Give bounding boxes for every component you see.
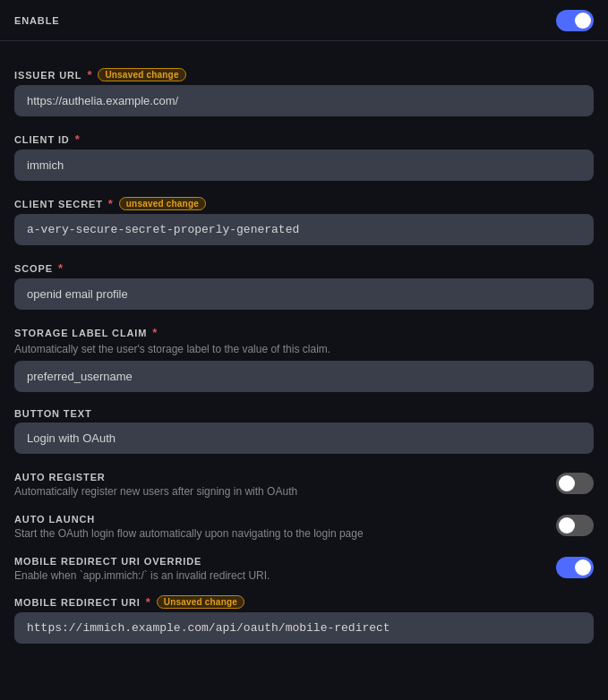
auto-register-description: Automatically register new users after s…: [14, 484, 538, 499]
mobile-redirect-uri-override-toggle-knob: [575, 559, 591, 576]
mobile-redirect-uri-field: MOBILE REDIRECT URI * Unsaved change: [14, 595, 594, 644]
enable-toggle[interactable]: [556, 10, 594, 31]
mobile-redirect-uri-unsaved-badge: Unsaved change: [157, 595, 244, 609]
auto-launch-row: AUTO LAUNCH Start the OAuth login flow a…: [14, 512, 594, 542]
button-text-field: BUTTON TEXT: [14, 408, 594, 454]
auto-register-row: AUTO REGISTER Automatically register new…: [14, 470, 594, 499]
auto-launch-title: AUTO LAUNCH: [14, 514, 538, 525]
scope-field: SCOPE *: [14, 261, 594, 310]
client-id-field: CLIENT ID *: [14, 132, 594, 181]
issuer-url-input[interactable]: [14, 85, 594, 116]
scope-label: SCOPE *: [14, 261, 594, 275]
auto-register-title: AUTO REGISTER: [14, 472, 538, 482]
auto-register-label-group: AUTO REGISTER Automatically register new…: [14, 472, 556, 499]
auto-launch-label-group: AUTO LAUNCH Start the OAuth login flow a…: [14, 514, 556, 542]
button-text-input[interactable]: [14, 423, 594, 454]
client-id-input[interactable]: [14, 149, 594, 181]
mobile-redirect-uri-override-row: MOBILE REDIRECT URI OVERRIDE Enable when…: [14, 554, 594, 584]
mobile-redirect-uri-override-title: MOBILE REDIRECT URI OVERRIDE: [14, 556, 538, 567]
mobile-redirect-uri-override-toggle[interactable]: [556, 557, 594, 578]
enable-row: ENABLE: [0, 0, 608, 41]
client-secret-required-star: *: [108, 197, 114, 210]
issuer-url-unsaved-badge: Unsaved change: [98, 68, 185, 81]
button-text-label: BUTTON TEXT: [14, 408, 594, 419]
form-container: ISSUER URL * Unsaved change CLIENT ID * …: [0, 57, 608, 670]
mobile-redirect-uri-override-description: Enable when `app.immich:/` is an invalid…: [14, 568, 538, 584]
mobile-redirect-uri-label: MOBILE REDIRECT URI * Unsaved change: [14, 595, 594, 609]
client-secret-input[interactable]: [14, 214, 594, 245]
client-id-required-star: *: [75, 132, 81, 146]
storage-label-claim-field: STORAGE LABEL CLAIM * Automatically set …: [14, 326, 594, 392]
scope-input[interactable]: [14, 278, 594, 310]
issuer-url-label: ISSUER URL * Unsaved change: [14, 68, 594, 81]
issuer-url-required-star: *: [87, 68, 92, 81]
storage-label-claim-description: Automatically set the user's storage lab…: [14, 343, 594, 355]
auto-register-toggle-knob: [559, 475, 575, 491]
issuer-url-field: ISSUER URL * Unsaved change: [14, 68, 594, 116]
client-secret-unsaved-badge: unsaved change: [119, 197, 206, 210]
enable-toggle-knob: [575, 13, 591, 29]
scope-required-star: *: [58, 261, 64, 275]
enable-label: ENABLE: [14, 15, 60, 26]
client-secret-field: CLIENT SECRET * unsaved change: [14, 197, 594, 245]
mobile-redirect-uri-required-star: *: [146, 595, 151, 609]
client-id-label: CLIENT ID *: [14, 132, 594, 146]
auto-launch-toggle[interactable]: [556, 515, 594, 536]
storage-label-claim-label: STORAGE LABEL CLAIM *: [14, 326, 594, 339]
storage-label-claim-input[interactable]: [14, 361, 594, 392]
auto-launch-description: Start the OAuth login flow automatically…: [14, 526, 538, 542]
client-secret-label: CLIENT SECRET * unsaved change: [14, 197, 594, 210]
mobile-redirect-uri-input[interactable]: [14, 612, 594, 644]
auto-launch-toggle-knob: [559, 517, 575, 534]
auto-register-toggle[interactable]: [556, 473, 594, 494]
storage-label-claim-required-star: *: [152, 326, 158, 339]
mobile-redirect-uri-override-label-group: MOBILE REDIRECT URI OVERRIDE Enable when…: [14, 556, 556, 584]
